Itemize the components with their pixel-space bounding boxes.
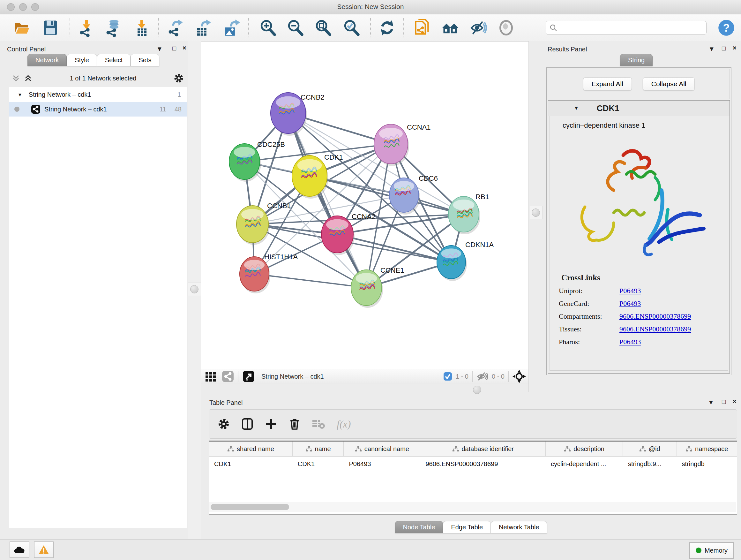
import-network-file-icon[interactable] xyxy=(77,19,95,37)
node-RB1[interactable]: RB1 xyxy=(448,193,489,234)
right-splitter[interactable] xyxy=(529,41,543,392)
crosslink-compartments-link[interactable]: 9606.ENSP00000378699 xyxy=(619,312,691,320)
column-header[interactable]: database identifier xyxy=(420,442,546,456)
node-HIST1H1A[interactable]: HIST1H1A xyxy=(240,253,298,294)
export-network-icon[interactable] xyxy=(166,19,184,37)
table-panel-menu-icon[interactable]: ▼ xyxy=(708,399,714,406)
cell-namespace[interactable]: stringdb xyxy=(677,456,737,471)
expand-all-button[interactable]: Expand All xyxy=(583,77,632,91)
grid-view-icon[interactable] xyxy=(204,370,217,383)
zoom-in-icon[interactable] xyxy=(259,19,277,37)
zoom-out-icon[interactable] xyxy=(286,19,305,37)
cell-database-identifier[interactable]: 9606.ENSP00000378699 xyxy=(420,456,546,471)
zoom-selected-icon[interactable] xyxy=(343,19,360,37)
share-document-icon[interactable] xyxy=(413,19,431,37)
column-header[interactable]: @id xyxy=(623,442,677,456)
left-splitter-handle[interactable] xyxy=(188,283,201,296)
tab-sets[interactable]: Sets xyxy=(131,54,159,66)
cell-description[interactable]: cyclin-dependent ... xyxy=(546,456,623,471)
right-splitter-handle[interactable] xyxy=(529,206,542,219)
cdk1-section-header[interactable]: ▼ CDK1 xyxy=(548,101,730,116)
tab-style[interactable]: Style xyxy=(67,54,97,66)
tab-string[interactable]: String xyxy=(620,54,653,66)
open-in-window-icon[interactable] xyxy=(242,370,255,383)
tab-edge-table[interactable]: Edge Table xyxy=(443,521,491,533)
table-panel-float-icon[interactable]: □ xyxy=(722,398,726,405)
open-session-icon[interactable] xyxy=(13,19,30,37)
crosslink-uniprot-link[interactable]: P06493 xyxy=(619,287,641,295)
edge-CCNE1-HIST1H1A[interactable] xyxy=(254,274,366,288)
results-panel-float-icon[interactable]: □ xyxy=(722,45,726,51)
automation-cloud-button[interactable] xyxy=(10,542,29,558)
node-CDKN1A[interactable]: CDKN1A xyxy=(437,241,494,281)
home-pages-icon[interactable] xyxy=(441,19,459,37)
cell-id[interactable]: stringdb:9... xyxy=(623,456,677,471)
column-header[interactable]: canonical name xyxy=(344,442,420,456)
tab-network-table[interactable]: Network Table xyxy=(491,521,547,533)
hide-selection-icon[interactable] xyxy=(469,19,487,37)
crosslink-genecard-link[interactable]: P06493 xyxy=(619,300,641,308)
control-panel-menu-icon[interactable]: ▼ xyxy=(156,46,163,52)
search-input[interactable] xyxy=(557,24,706,32)
zoom-fit-icon[interactable] xyxy=(314,19,332,37)
expand-all-networks-icon[interactable] xyxy=(23,74,32,83)
node-CDC6[interactable]: CDC6 xyxy=(389,174,438,214)
node-CDC25B[interactable]: CDC25B xyxy=(229,140,285,182)
delete-column-icon[interactable] xyxy=(288,418,301,430)
show-columns-icon[interactable] xyxy=(241,418,254,430)
edge-CCNB2-CCNE1[interactable] xyxy=(288,113,366,288)
birdseye-crosshair-icon[interactable] xyxy=(513,370,526,383)
table-horizontal-scrollbar[interactable] xyxy=(209,502,736,512)
network-graph[interactable]: CCNB2CCNA1CDC25BCDK1CDC6RB1CCNB1CCNA2CDK… xyxy=(201,42,529,369)
help-icon[interactable]: ? xyxy=(718,19,735,37)
save-session-icon[interactable] xyxy=(42,19,59,37)
share-view-icon[interactable] xyxy=(221,370,234,383)
add-column-icon[interactable] xyxy=(265,418,277,430)
control-panel-close-icon[interactable]: × xyxy=(183,45,186,51)
export-image-icon[interactable] xyxy=(222,19,240,37)
cell-name[interactable]: CDK1 xyxy=(293,456,344,471)
tab-node-table[interactable]: Node Table xyxy=(395,521,443,533)
cell-canonical-name[interactable]: P06493 xyxy=(344,456,420,471)
warnings-button[interactable] xyxy=(34,542,54,558)
column-header[interactable]: name xyxy=(293,442,344,456)
column-header[interactable]: description xyxy=(546,442,623,456)
control-panel-float-icon[interactable]: □ xyxy=(172,45,176,51)
selected-checkbox-icon[interactable] xyxy=(443,372,453,381)
import-network-database-icon[interactable] xyxy=(104,19,122,37)
collapse-all-button[interactable]: Collapse All xyxy=(643,77,695,91)
table-panel-close-icon[interactable]: × xyxy=(733,398,737,405)
cdk1-expander-icon[interactable]: ▼ xyxy=(574,105,579,111)
left-splitter[interactable] xyxy=(188,41,201,539)
node-CCNA1[interactable]: CCNA1 xyxy=(374,123,431,166)
scrollbar-thumb[interactable] xyxy=(211,504,289,510)
table-gear-icon[interactable] xyxy=(217,418,230,430)
column-header[interactable]: namespace xyxy=(677,442,737,456)
crosslink-tissues-link[interactable]: 9606.ENSP00000378699 xyxy=(619,325,691,333)
show-selection-icon[interactable] xyxy=(497,19,515,37)
refresh-icon[interactable] xyxy=(378,19,396,37)
column-type-icon xyxy=(639,446,646,452)
table-row[interactable]: CDK1 CDK1 P06493 9606.ENSP00000378699 cy… xyxy=(209,456,737,471)
memory-button[interactable]: Memory xyxy=(689,542,734,559)
collection-expander-icon[interactable]: ▼ xyxy=(17,92,22,98)
column-header[interactable]: shared name xyxy=(209,442,293,456)
export-table-icon[interactable] xyxy=(194,19,212,37)
network-collection-row[interactable]: ▼ String Network – cdk1 1 xyxy=(9,87,187,102)
network-row-selected[interactable]: String Network – cdk1 11 48 xyxy=(9,102,187,117)
tab-network[interactable]: Network xyxy=(27,54,67,66)
selected-counts: 1 - 0 xyxy=(456,373,468,380)
crosslink-pharos-link[interactable]: P06493 xyxy=(619,338,641,346)
tab-select[interactable]: Select xyxy=(97,54,131,66)
cell-shared-name[interactable]: CDK1 xyxy=(209,456,293,471)
horizontal-splitter-handle[interactable] xyxy=(473,386,481,394)
results-panel-menu-icon[interactable]: ▼ xyxy=(709,46,715,52)
network-options-gear-icon[interactable] xyxy=(174,73,184,83)
crosslink-row: Uniprot: P06493 xyxy=(559,287,728,295)
hidden-eye-slash-icon[interactable] xyxy=(476,371,488,382)
import-table-icon[interactable] xyxy=(133,19,151,37)
node-CCNE1[interactable]: CCNE1 xyxy=(351,266,404,308)
results-panel-close-icon[interactable]: × xyxy=(733,45,737,51)
collapse-all-networks-icon[interactable] xyxy=(11,74,20,83)
network-canvas[interactable]: CCNB2CCNA1CDC25BCDK1CDC6RB1CCNB1CCNA2CDK… xyxy=(201,41,529,369)
